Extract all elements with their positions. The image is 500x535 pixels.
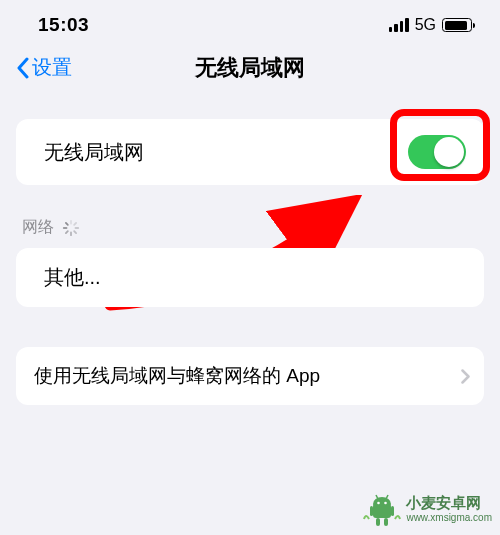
network-type: 5G <box>415 16 436 34</box>
svg-line-4 <box>74 231 76 233</box>
svg-line-6 <box>66 231 68 233</box>
watermark-url: www.xmsigma.com <box>406 512 492 523</box>
page-title: 无线局域网 <box>195 53 305 83</box>
back-label: 设置 <box>32 54 72 81</box>
back-button[interactable]: 设置 <box>16 54 72 81</box>
svg-rect-13 <box>376 518 380 526</box>
status-right: 5G <box>389 16 472 34</box>
chevron-right-icon <box>461 369 470 384</box>
apps-using-wifi-row[interactable]: 使用无线局域网与蜂窝网络的 App <box>16 347 484 405</box>
svg-rect-14 <box>384 518 388 526</box>
svg-line-2 <box>74 222 76 224</box>
svg-rect-10 <box>373 504 391 518</box>
other-network-row[interactable]: 其他... <box>16 248 484 307</box>
nav-bar: 设置 无线局域网 <box>0 44 500 101</box>
svg-rect-12 <box>391 506 394 516</box>
svg-point-17 <box>378 502 381 505</box>
svg-line-16 <box>386 495 388 499</box>
chevron-left-icon <box>16 57 29 79</box>
networks-header-label: 网络 <box>22 217 54 238</box>
other-network-label: 其他... <box>44 264 101 291</box>
wifi-toggle[interactable] <box>408 135 466 169</box>
cellular-signal-icon <box>389 18 409 32</box>
networks-header: 网络 <box>16 207 484 248</box>
apps-row-label: 使用无线局域网与蜂窝网络的 App <box>34 363 320 389</box>
wifi-toggle-row: 无线局域网 <box>16 119 484 185</box>
svg-point-18 <box>385 502 388 505</box>
watermark-name: 小麦安卓网 <box>406 495 492 512</box>
watermark: 小麦安卓网 www.xmsigma.com <box>362 489 492 529</box>
battery-icon <box>442 18 472 32</box>
svg-line-8 <box>66 222 68 224</box>
status-time: 15:03 <box>38 14 89 36</box>
watermark-logo-icon <box>362 489 402 529</box>
svg-rect-11 <box>370 506 373 516</box>
wifi-label: 无线局域网 <box>44 139 144 166</box>
spinner-icon <box>62 219 80 237</box>
status-bar: 15:03 5G <box>0 0 500 44</box>
svg-line-15 <box>376 495 378 499</box>
